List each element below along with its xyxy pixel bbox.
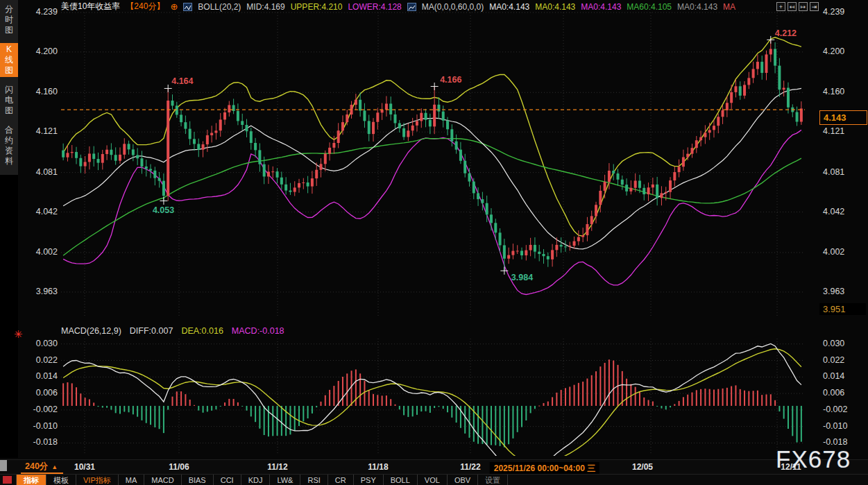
sidebar-tab-1[interactable]: K线图 xyxy=(0,43,18,77)
macd-axis-tick: 0.006 xyxy=(823,388,866,398)
toolbar-item-7[interactable]: KDJ xyxy=(241,475,271,485)
svg-text:4.166: 4.166 xyxy=(440,75,461,85)
watermark: FX678 xyxy=(776,445,851,473)
price-axis-tick: 4.002 xyxy=(823,247,866,257)
date-label-2: 11/12 xyxy=(267,462,287,472)
toolbar-item-8[interactable]: LW& xyxy=(270,475,300,485)
pan-left-icon[interactable]: ↤ xyxy=(788,2,797,11)
ma-value-3: MA60:4.105 xyxy=(627,2,672,12)
toolbar-item-13[interactable]: VOL xyxy=(418,475,448,485)
sidebar-tab-2[interactable]: 闪电图 xyxy=(0,83,18,117)
toolbar-item-9[interactable]: RSI xyxy=(300,475,327,485)
boll-upper-value: UPPER:4.210 xyxy=(291,2,343,12)
svg-text:4.053: 4.053 xyxy=(153,205,174,215)
price-axis-tick: 4.081 xyxy=(18,167,58,177)
timeline-bar xyxy=(0,459,868,475)
sidebar-tabs: 分时图K线图闪电图合约资料 xyxy=(0,0,18,175)
toolbar-item-10[interactable]: CR xyxy=(328,475,354,485)
price-axis-tick: 4.200 xyxy=(823,46,866,56)
macd-axis-tick: -0.010 xyxy=(823,421,866,431)
boll-label: BOLL(20,2) xyxy=(198,2,241,12)
macd-header: MACD(26,12,9) DIFF:0.007 DEA:0.016 MACD:… xyxy=(61,326,284,336)
chart-canvas[interactable]: 4.1644.0534.1663.9844.212 xyxy=(0,0,868,485)
macd-chart xyxy=(62,343,802,471)
alert-starburst-icon[interactable]: ✳ xyxy=(14,328,23,341)
add-indicator-icon[interactable]: ⊕ xyxy=(170,1,178,12)
toolbar-items: 指标模板VIP指标MAMACDBIASCCIKDJLW&RSICRPSYBOLL… xyxy=(16,475,508,485)
toolbar-item-11[interactable]: PSY xyxy=(354,475,384,485)
svg-text:4.164: 4.164 xyxy=(171,76,193,86)
macd-axis-tick: 0.022 xyxy=(823,355,866,365)
price-axis-tick: 4.042 xyxy=(18,207,58,216)
pan-right-icon[interactable]: ↦ xyxy=(799,2,808,11)
timeline-handle[interactable] xyxy=(0,460,7,471)
macd-axis-tick: 0.030 xyxy=(18,339,58,348)
macd-hist-value: MACD:-0.018 xyxy=(232,326,284,336)
toolbar-item-12[interactable]: BOLL xyxy=(384,475,418,485)
chevron-up-icon: ▲ xyxy=(51,463,58,470)
macd-axis-tick: 0.006 xyxy=(18,388,58,398)
sidebar-tab-0[interactable]: 分时图 xyxy=(0,3,18,37)
price-annotations: 4.1644.0534.1663.9844.212 xyxy=(153,28,797,282)
toolbar-item-1[interactable]: 模板 xyxy=(46,475,76,485)
sidebar-tab-3[interactable]: 合约资料 xyxy=(0,124,18,168)
toolbar-item-15[interactable]: 设置 xyxy=(478,475,508,485)
price-axis-tick: 4.081 xyxy=(823,167,866,177)
ma-values: MA0:4.143MA0:4.143MA0:4.143MA60:4.105MA0… xyxy=(489,2,735,12)
move-icon[interactable]: + xyxy=(776,2,785,11)
toolbar-item-3[interactable]: MA xyxy=(119,475,145,485)
detach-icon[interactable]: ⇥ xyxy=(810,2,819,11)
trading-terminal: 4.1644.0534.1663.9844.212 分时图K线图闪电图合约资料 … xyxy=(0,0,868,485)
price-axis-tick: 4.042 xyxy=(823,207,866,216)
price-axis-tick: 3.963 xyxy=(18,287,58,296)
macd-axis-tick: -0.002 xyxy=(823,405,866,414)
macd-diff-value: DIFF:0.007 xyxy=(130,326,173,336)
macd-axis-tick: 0.030 xyxy=(823,339,866,348)
indicator-toolbar: 指标模板VIP指标MAMACDBIASCCIKDJLW&RSICRPSYBOLL… xyxy=(0,474,868,485)
ma-group-label: MA(0,0,0,60,0,0) xyxy=(422,2,484,12)
date-label-4: 11/22 xyxy=(460,462,480,472)
ma-value-2: MA0:4.143 xyxy=(581,2,621,12)
price-axis-tick: 4.002 xyxy=(18,247,58,257)
svg-text:3.984: 3.984 xyxy=(511,273,533,282)
toolbar-item-14[interactable]: OBV xyxy=(448,475,478,485)
ma-value-0: MA0:4.143 xyxy=(489,2,529,12)
indicator-header: 美债10年收益率 【240分】 ⊕ BOLL(20,2) MID:4.169 U… xyxy=(18,0,868,13)
macd-axis-tick: -0.010 xyxy=(18,421,58,431)
toolbar-item-6[interactable]: CCI xyxy=(214,475,241,485)
macd-axis-tick: -0.018 xyxy=(18,437,58,447)
boll-indicator-icon[interactable] xyxy=(183,3,192,11)
macd-axis-tick: 0.014 xyxy=(823,371,866,381)
period-selector[interactable]: 240分 ▲ xyxy=(21,461,63,474)
period-selector-label: 240分 xyxy=(25,461,48,473)
date-label-1: 11/06 xyxy=(169,462,189,472)
price-axis-tick: 4.200 xyxy=(18,46,58,56)
toolbar-item-0[interactable]: 指标 xyxy=(16,475,46,485)
price-axis-tick: 4.160 xyxy=(18,87,58,96)
price-axis-tick: 4.121 xyxy=(18,126,58,136)
macd-dea-value: DEA:0.016 xyxy=(181,326,223,336)
toolbar-item-5[interactable]: BIAS xyxy=(182,475,214,485)
window-controls: +↤↦⇥ xyxy=(776,2,819,11)
session-low-badge: 3.951 xyxy=(819,303,866,315)
period-label: 【240分】 xyxy=(126,1,164,12)
ma-indicator-icon[interactable] xyxy=(407,3,416,11)
price-axis-tick: 4.121 xyxy=(823,126,866,136)
macd-axis-tick: 0.022 xyxy=(18,355,58,365)
date-label-3: 11/18 xyxy=(368,462,388,472)
ma-value-4: MA0:4.143 xyxy=(677,2,717,12)
ma-value-5: MA xyxy=(723,2,735,12)
macd-axis-tick: 0.014 xyxy=(18,371,58,381)
price-axis-tick: 4.160 xyxy=(823,87,866,96)
macd-axis-tick: -0.002 xyxy=(18,405,58,414)
date-label-0: 10/31 xyxy=(74,462,95,472)
svg-text:4.212: 4.212 xyxy=(775,28,797,38)
symbol-title: 美债10年收益率 xyxy=(61,1,120,12)
price-axis-tick: 3.963 xyxy=(823,287,866,296)
current-price-badge: 4.143 xyxy=(819,110,867,125)
toolbar-item-2[interactable]: VIP指标 xyxy=(76,475,119,485)
ma-value-1: MA0:4.143 xyxy=(535,2,575,12)
sidebar: 分时图K线图闪电图合约资料 xyxy=(0,0,18,458)
toolbar-item-4[interactable]: MACD xyxy=(144,475,181,485)
main-chart xyxy=(62,37,803,295)
